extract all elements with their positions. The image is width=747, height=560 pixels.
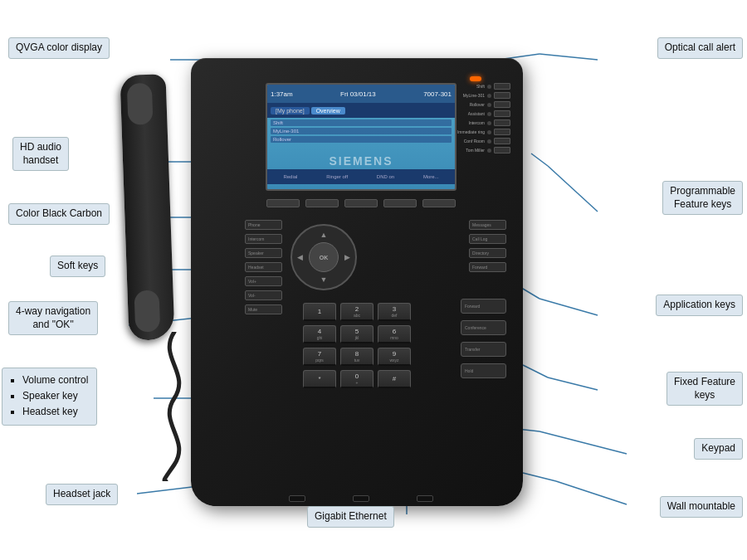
keypad-row-2: 4ghi 5jkl 6mno <box>274 325 440 343</box>
nav-cluster: ▲ ▼ ◀ ▶ OK <box>290 224 357 290</box>
prog-key-btn-8[interactable] <box>494 147 510 153</box>
fixed-keys-panel: Forward Conference Transfer Hold <box>461 299 506 378</box>
prog-key-label-3: Rollover <box>470 102 485 107</box>
prog-key-row-7: Conf Room <box>452 138 510 144</box>
transfer-key[interactable]: Transfer <box>461 342 506 357</box>
keypad-row-3: 7pqrs 8tuv 9wxyz <box>274 348 440 366</box>
prog-key-label-5: Intercom <box>469 120 485 125</box>
prog-key-label-6: Immediate ring <box>457 129 485 134</box>
nav-ring[interactable]: ▲ ▼ ◀ ▶ OK <box>290 224 357 290</box>
prog-key-btn-3[interactable] <box>494 101 510 108</box>
soft-key-4[interactable] <box>383 199 417 207</box>
vol-down-key[interactable]: Vol- <box>245 290 282 300</box>
prog-key-label-2: MyLine-301 <box>463 93 485 98</box>
softkey-redial: Redial <box>283 174 297 179</box>
screen-tab-overview: Overview <box>311 107 345 114</box>
key-3[interactable]: 3def <box>378 303 411 321</box>
label-hd-audio: HD audiohandset <box>12 137 69 171</box>
label-gigabit: Gigabit Ethernet <box>307 506 394 528</box>
soft-key-1[interactable] <box>266 199 300 207</box>
nav-ok-button[interactable]: OK <box>309 242 339 272</box>
key-6[interactable]: 6mno <box>378 325 411 343</box>
prog-key-row-6: Immediate ring <box>452 129 510 135</box>
label-wall-mountable: Wall mountable <box>660 496 743 518</box>
port-2 <box>353 495 369 502</box>
prog-key-btn-7[interactable] <box>494 138 510 144</box>
prog-key-led-3 <box>487 103 491 107</box>
key-star[interactable]: * <box>303 370 336 388</box>
prog-key-led-1 <box>487 85 491 89</box>
vol-up-key[interactable]: Vol+ <box>245 276 282 286</box>
label-soft-keys: Soft keys <box>50 256 105 277</box>
key-hash[interactable]: # <box>378 370 411 388</box>
prog-key-row-5: Intercom <box>452 119 510 126</box>
nav-up-arrow: ▲ <box>320 231 328 239</box>
conference-key[interactable]: Conference <box>461 320 506 335</box>
phone-body: 1:37am Fri 03/01/13 7007-301 [My phone] … <box>191 58 523 506</box>
prog-key-btn-5[interactable] <box>494 119 510 126</box>
prog-key-label-4: Assistant <box>468 111 485 116</box>
call-log-key[interactable]: Call Log <box>469 234 506 244</box>
prog-key-btn-6[interactable] <box>494 129 510 135</box>
prog-key-btn-2[interactable] <box>494 92 510 99</box>
key-8[interactable]: 8tuv <box>340 348 374 366</box>
key-0[interactable]: 0+ <box>340 370 374 388</box>
intercom-key[interactable]: Intercom <box>245 234 282 244</box>
port-1 <box>289 495 305 502</box>
prog-key-led-2 <box>487 94 491 98</box>
key-4[interactable]: 4ghi <box>303 325 336 343</box>
handset-cord <box>149 332 199 481</box>
prog-key-row-2: MyLine-301 <box>452 92 510 99</box>
directory-key[interactable]: Directory <box>469 248 506 258</box>
label-color-black: Color Black Carbon <box>8 203 110 225</box>
forward-key-app[interactable]: Forward <box>469 262 506 272</box>
prog-key-led-4 <box>487 112 491 116</box>
softkey-more: More... <box>423 174 439 179</box>
speaker-item: Speaker key <box>22 388 88 404</box>
prog-key-led-6 <box>487 130 491 134</box>
headset-item: Headset key <box>22 404 88 420</box>
label-keypad: Keypad <box>694 438 743 460</box>
prog-key-row-3: Rollover <box>452 101 510 108</box>
hold-key[interactable]: Hold <box>461 363 506 378</box>
label-fixed-feature: Fixed Featurekeys <box>666 372 743 406</box>
prog-key-label-8: Tom Miller <box>466 148 485 153</box>
soft-key-2[interactable] <box>305 199 339 207</box>
speaker-key[interactable]: Speaker <box>245 248 282 258</box>
soft-key-5[interactable] <box>422 199 456 207</box>
prog-key-label-1: Shift <box>476 84 485 89</box>
phone-key[interactable]: Phone <box>245 220 282 230</box>
port-3 <box>417 495 433 502</box>
keypad-row-1: 1 2abc 3def <box>274 303 440 321</box>
soft-keys-row <box>266 199 456 207</box>
prog-key-row-8: Tom Miller <box>452 147 510 153</box>
app-keys-panel: Messages Call Log Directory Forward <box>469 220 506 272</box>
prog-key-led-7 <box>487 139 491 144</box>
screen-brand: SIEMENS <box>329 154 393 168</box>
key-2[interactable]: 2abc <box>340 303 374 321</box>
label-qvga: QVGA color display <box>8 37 110 59</box>
key-9[interactable]: 9wxyz <box>378 348 411 366</box>
key-7[interactable]: 7pqrs <box>303 348 336 366</box>
softkey-dnd: DND on <box>377 174 394 179</box>
handset <box>120 74 174 341</box>
bottom-ports <box>266 495 456 502</box>
prog-key-led-8 <box>487 149 491 153</box>
soft-key-3[interactable] <box>344 199 378 207</box>
key-1[interactable]: 1 <box>303 303 336 321</box>
key-5[interactable]: 5jkl <box>340 325 374 343</box>
softkey-ringer: Ringer off <box>326 174 348 179</box>
prog-key-led-5 <box>487 121 491 125</box>
nav-left-arrow: ◀ <box>297 253 303 261</box>
keypad-row-4: * 0+ # <box>274 370 440 388</box>
screen-tab-myphone: [My phone] <box>271 107 310 114</box>
prog-key-btn-1[interactable] <box>494 83 510 90</box>
nav-right-arrow: ▶ <box>344 253 350 261</box>
led-indicator <box>470 76 481 81</box>
headset-key[interactable]: Headset <box>245 262 282 272</box>
label-programmable: ProgrammableFeature keys <box>662 181 743 215</box>
phone-diagram: 1:37am Fri 03/01/13 7007-301 [My phone] … <box>149 25 581 523</box>
prog-key-btn-4[interactable] <box>494 110 510 117</box>
messages-key[interactable]: Messages <box>469 220 506 230</box>
forward-fixed-key[interactable]: Forward <box>461 299 506 314</box>
